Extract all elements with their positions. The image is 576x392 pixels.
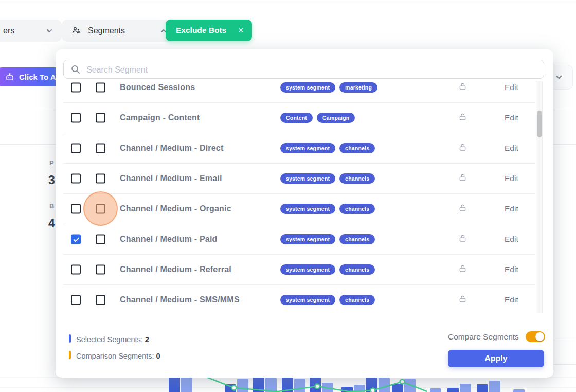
edit-link[interactable]: Edit: [505, 204, 518, 213]
segment-tag: system segment: [280, 143, 335, 153]
scrollbar-thumb[interactable]: [537, 111, 542, 137]
segment-tag: channels: [339, 264, 375, 275]
comparison-checkbox[interactable]: [96, 174, 105, 184]
segment-name: Channel / Medium - SMS/MMS: [120, 295, 240, 305]
select-checkbox[interactable]: [71, 235, 81, 244]
segments-button-label: Segments: [88, 26, 125, 35]
lock-open-icon: [458, 173, 467, 184]
top-border: [0, 1, 576, 1]
segment-tag: system segment: [280, 82, 335, 93]
segment-tags: system segmentmarketing: [280, 82, 377, 93]
filters-button-label: ers: [3, 26, 14, 35]
segments-people-icon: [71, 25, 82, 36]
segments-button[interactable]: Segments: [62, 20, 176, 42]
segment-row[interactable]: Channel / Medium - Referral system segme…: [63, 255, 535, 285]
select-checkbox[interactable]: [71, 113, 81, 123]
bg-divider-3: [553, 340, 576, 340]
segment-row[interactable]: Bounced Sessions system segmentmarketing…: [63, 81, 535, 103]
segment-row[interactable]: Channel / Medium - Direct system segment…: [63, 133, 535, 164]
segment-tags: system segmentchannels: [280, 264, 375, 275]
segment-name: Channel / Medium - Referral: [120, 265, 231, 274]
segment-tag: channels: [339, 143, 375, 153]
segment-row[interactable]: Channel / Medium - Paid system segmentch…: [63, 224, 535, 255]
exclude-bots-chip[interactable]: Exclude Bots ✕: [166, 20, 252, 41]
segment-tags: system segmentchannels: [280, 143, 375, 153]
lock-open-icon: [458, 142, 467, 154]
comparison-checkbox[interactable]: [96, 235, 105, 244]
select-checkbox[interactable]: [71, 144, 81, 153]
comparison-checkbox[interactable]: [96, 265, 105, 275]
edit-link[interactable]: Edit: [505, 174, 518, 183]
segment-tag: channels: [339, 204, 375, 214]
segment-name: Campaign - Content: [120, 113, 200, 122]
filters-button[interactable]: ers: [0, 20, 62, 42]
select-checkbox[interactable]: [71, 83, 81, 93]
segment-tag: system segment: [280, 173, 335, 184]
segment-row[interactable]: Channel / Medium - Email system segmentc…: [63, 164, 535, 194]
segment-tag: Content: [280, 113, 313, 123]
select-checkbox[interactable]: [71, 265, 81, 275]
segment-row[interactable]: Channel / Medium - SMS/MMS system segmen…: [63, 285, 535, 313]
search-icon: [70, 64, 81, 75]
segment-tag: channels: [339, 234, 375, 244]
segment-tags: ContentCampaign: [280, 113, 355, 123]
segment-tags: system segmentchannels: [280, 234, 375, 244]
scrollbar-track: [536, 81, 543, 313]
segment-tag: system segment: [280, 234, 335, 244]
comparison-checkbox[interactable]: [96, 295, 105, 305]
compare-segments-toggle[interactable]: [526, 331, 545, 342]
segment-list: Bounced Sessions system segmentmarketing…: [63, 81, 535, 313]
edit-link[interactable]: Edit: [505, 83, 518, 92]
segment-name: Channel / Medium - Organic: [120, 204, 231, 213]
lock-open-icon: [458, 264, 467, 275]
lock-open-icon: [458, 203, 467, 215]
comparison-checkbox[interactable]: [96, 144, 105, 153]
comparison-checkbox[interactable]: [96, 204, 105, 214]
segment-row[interactable]: Campaign - Content ContentCampaign Edit: [63, 103, 535, 133]
segment-name: Channel / Medium - Email: [120, 174, 222, 183]
selected-segments-count: Selected Segments: 2: [76, 335, 149, 344]
chevron-down-icon: [556, 74, 562, 80]
comparison-count-value: 0: [156, 352, 160, 360]
select-checkbox[interactable]: [71, 204, 81, 214]
selected-count-value: 2: [145, 335, 149, 344]
segment-tags: system segmentchannels: [280, 204, 375, 214]
bg-divider-4: [553, 364, 576, 365]
segment-search-box: [63, 60, 544, 79]
exclude-bots-label: Exclude Bots: [176, 26, 226, 35]
bg-stat-label-2: B: [49, 202, 54, 210]
edit-link[interactable]: Edit: [505, 144, 518, 153]
segment-search-input[interactable]: [85, 60, 530, 79]
lock-open-icon: [458, 294, 467, 306]
comparison-tick: [69, 351, 71, 359]
apply-button[interactable]: Apply: [448, 350, 544, 367]
comparison-checkbox[interactable]: [96, 83, 105, 93]
edit-link[interactable]: Edit: [505, 235, 518, 244]
lock-open-icon: [458, 112, 467, 123]
robot-icon: [5, 73, 14, 82]
bg-stat-value-1: 3: [48, 173, 55, 187]
segment-tag: system segment: [280, 204, 335, 214]
segment-tags: system segmentchannels: [280, 173, 375, 184]
segment-tag: channels: [339, 295, 375, 305]
lock-open-icon: [458, 82, 467, 93]
edit-link[interactable]: Edit: [505, 113, 518, 122]
segment-tag: system segment: [280, 264, 335, 275]
edit-link[interactable]: Edit: [505, 295, 518, 305]
edit-link[interactable]: Edit: [505, 265, 518, 274]
remove-chip-icon[interactable]: ✕: [238, 26, 244, 34]
segments-dropdown-panel: Bounced Sessions system segmentmarketing…: [56, 49, 553, 378]
segment-tag: Campaign: [317, 113, 355, 123]
segment-row[interactable]: Channel / Medium - Organic system segmen…: [63, 194, 535, 224]
click-to-assist-label: Click To As: [19, 73, 60, 81]
segment-tags: system segmentchannels: [280, 295, 375, 305]
select-checkbox[interactable]: [71, 295, 81, 305]
comparison-segments-count: Comparison Segments: 0: [76, 352, 160, 360]
segment-name: Channel / Medium - Direct: [120, 144, 223, 153]
toggle-knob: [535, 332, 544, 341]
bg-stat-label-1: P: [49, 159, 54, 167]
comparison-checkbox[interactable]: [96, 113, 105, 123]
select-checkbox[interactable]: [71, 174, 81, 184]
chevron-down-icon: [46, 28, 52, 34]
selected-tick: [69, 334, 71, 343]
